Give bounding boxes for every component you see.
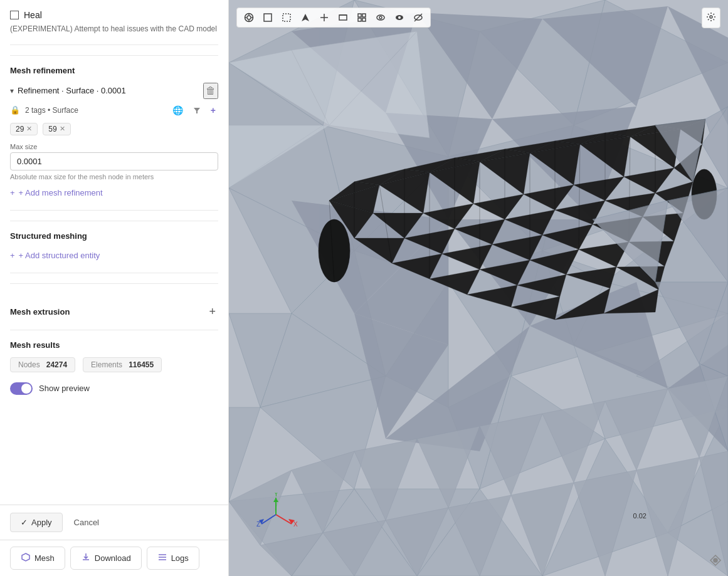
bottom-nav: Mesh Download Logs [0, 540, 228, 576]
results-row: Nodes 24274 Elements 116455 [10, 357, 218, 372]
svg-rect-12 [283, 14, 290, 21]
structured-meshing-title: Structured meshing [10, 231, 218, 241]
show-preview-toggle[interactable] [10, 382, 33, 395]
show-preview-label: Show preview [39, 384, 90, 393]
arrow-button[interactable] [297, 11, 314, 24]
svg-marker-1 [22, 553, 29, 561]
tag-59-remove[interactable]: ✕ [60, 125, 65, 133]
elements-value: 116455 [129, 360, 154, 369]
add-extrusion-button[interactable]: + [206, 304, 218, 320]
svg-rect-16 [339, 15, 347, 20]
add-tag-button[interactable]: + [208, 104, 218, 117]
frame-button[interactable] [335, 11, 351, 24]
grid2-button[interactable] [354, 11, 370, 24]
tag-29-remove[interactable]: ✕ [26, 125, 32, 133]
max-size-input[interactable] [10, 152, 218, 170]
heal-description: (EXPERIMENTAL) Attempt to heal issues wi… [10, 24, 218, 34]
mesh-nav-button[interactable]: Mesh [10, 547, 65, 570]
apply-button[interactable]: ✓ Apply [10, 513, 63, 532]
cancel-button[interactable]: Cancel [69, 513, 104, 532]
tag-chip-29: 29 ✕ [10, 123, 38, 135]
structured-meshing-section: Structured meshing + + Add structured en… [10, 221, 218, 273]
add-entity-label: + Add structured entity [19, 251, 100, 260]
add-mesh-refinement-button[interactable]: + + Add mesh refinement [10, 186, 103, 200]
add-structured-entity-button[interactable]: + + Add structured entity [10, 248, 100, 263]
logs-nav-button[interactable]: Logs [147, 547, 199, 570]
delete-refinement-button[interactable]: 🗑 [203, 83, 218, 99]
left-panel: Heal (EXPERIMENTAL) Attempt to heal issu… [0, 0, 229, 576]
svg-marker-179 [273, 498, 278, 502]
mesh-refinement-title: Mesh refinement [10, 66, 218, 75]
download-icon [81, 552, 91, 564]
svg-text:Z: Z [256, 521, 260, 528]
heal-title: Heal [24, 10, 42, 20]
svg-point-25 [398, 16, 401, 19]
max-size-hint: Absolute max size for the mesh node in m… [10, 173, 218, 181]
svg-rect-20 [358, 18, 361, 21]
viewport: 0.02 X Y Z [229, 0, 728, 576]
lock-icon: 🔒 [10, 105, 20, 115]
panel-content: Heal (EXPERIMENTAL) Attempt to heal issu… [0, 0, 228, 505]
svg-rect-18 [358, 14, 361, 17]
check-icon: ✓ [21, 518, 28, 527]
mesh-results-title: Mesh results [10, 340, 218, 350]
heal-section: Heal (EXPERIMENTAL) Attempt to heal issu… [10, 10, 218, 45]
svg-point-23 [379, 16, 382, 19]
arrow2-button[interactable] [316, 11, 332, 24]
logs-nav-label: Logs [171, 553, 189, 563]
tags-list: 29 ✕ 59 ✕ [10, 123, 218, 135]
axis-indicator: X Y Z [254, 493, 298, 538]
svg-rect-21 [362, 18, 366, 21]
refinement-label: Refinement · Surface · 0.0001 [18, 86, 126, 95]
svg-text:X: X [293, 521, 298, 528]
camera-view-button[interactable] [241, 11, 257, 24]
refinement-header: ▾ Refinement · Surface · 0.0001 🗑 [10, 83, 218, 99]
section-divider-1 [10, 55, 218, 56]
eye-dash-button[interactable] [410, 11, 426, 24]
nodes-chip: Nodes 24274 [10, 357, 75, 372]
mesh-refinement-section: Mesh refinement ▾ Refinement · Surface ·… [10, 66, 218, 200]
refinement-chevron-icon[interactable]: ▾ [10, 86, 14, 95]
scale-label: 0.02 [633, 512, 646, 520]
svg-marker-13 [302, 14, 309, 21]
action-bar: ✓ Apply Cancel [0, 505, 228, 540]
settings-view-button[interactable] [702, 8, 720, 28]
tags-info: 2 tags • Surface [25, 106, 165, 115]
globe-icon-button[interactable]: 🌐 [170, 104, 186, 117]
max-size-input-group: Max size Absolute max size for the mesh … [10, 143, 218, 181]
download-nav-label: Download [95, 553, 131, 563]
add-refinement-plus-icon: + [10, 188, 15, 197]
tag-chip-59: 59 ✕ [43, 123, 70, 135]
mesh-viewport-svg [229, 0, 728, 576]
svg-rect-19 [362, 14, 366, 17]
viewport-toolbar [236, 8, 431, 28]
svg-point-184 [714, 558, 717, 562]
toggle-knob [21, 384, 31, 394]
filter-icon-button[interactable] [191, 105, 203, 115]
mesh-results-section: Mesh results Nodes 24274 Elements 116455 [10, 330, 218, 405]
add-entity-plus-icon: + [10, 251, 15, 260]
heal-header: Heal [10, 10, 218, 20]
elements-chip: Elements 116455 [83, 357, 162, 372]
max-size-label: Max size [10, 143, 218, 150]
svg-point-28 [710, 16, 712, 18]
tag-29-label: 29 [16, 125, 24, 134]
dotted-box-button[interactable] [278, 11, 295, 24]
box-view-button[interactable] [260, 11, 276, 24]
tag-59-label: 59 [48, 125, 56, 134]
download-nav-button[interactable]: Download [70, 547, 142, 570]
logs-icon [157, 552, 167, 564]
refinement-header-left: ▾ Refinement · Surface · 0.0001 [10, 86, 126, 95]
svg-text:Y: Y [274, 493, 278, 498]
mesh-extrusion-title: Mesh extrusion [10, 307, 70, 317]
corner-icon [709, 554, 722, 570]
mesh-nav-label: Mesh [34, 553, 55, 563]
mesh-icon [21, 552, 31, 564]
eye-button[interactable] [372, 11, 389, 24]
svg-point-5 [247, 16, 251, 19]
heal-checkbox[interactable] [10, 11, 19, 19]
eye-fill-button[interactable] [391, 11, 408, 24]
svg-point-22 [377, 15, 384, 20]
show-preview-row: Show preview [10, 382, 218, 395]
elements-label: Elements [91, 360, 122, 369]
